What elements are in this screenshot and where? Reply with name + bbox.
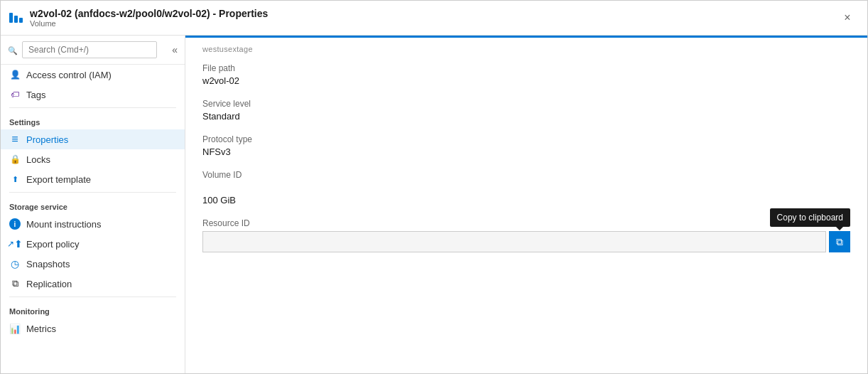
sidebar-item-export-policy[interactable]: ⬆ Export policy (1, 234, 185, 254)
properties-icon (9, 134, 21, 145)
field-label-protocol-type: Protocol type (202, 134, 850, 144)
search-icon (8, 45, 18, 55)
collapse-button[interactable]: « (172, 44, 178, 55)
sidebar-item-label: Tags (26, 90, 45, 100)
sidebar-item-label: Export policy (26, 239, 79, 250)
field-group-resource-id: Resource ID Copy to clipboard ⧉ (202, 208, 850, 255)
field-value-service-level: Standard (202, 111, 850, 122)
export-policy-icon: ⬆ (9, 238, 21, 250)
sidebar-item-label: Snapshots (26, 259, 70, 269)
mount-icon: i (9, 218, 21, 230)
sidebar-item-locks[interactable]: Locks (1, 149, 185, 169)
field-group-protocol-type: Protocol type NFSv3 (202, 124, 850, 160)
resource-id-input[interactable] (202, 231, 826, 252)
sidebar-item-label: Metrics (26, 324, 56, 334)
field-label-volume-id: Volume ID (202, 170, 850, 180)
sidebar-item-label: Mount instructions (26, 219, 102, 230)
divider (9, 107, 176, 108)
divider-3 (9, 296, 176, 297)
resource-id-row: Copy to clipboard ⧉ (202, 231, 850, 252)
sidebar-item-snapshots[interactable]: ◷ Snapshots (1, 254, 185, 274)
search-bar: « (1, 36, 185, 65)
sidebar-item-metrics[interactable]: 📊 Metrics (1, 319, 185, 338)
sidebar-item-label: Locks (26, 154, 50, 165)
field-label-service-level: Service level (202, 99, 850, 109)
main-panel: westusextage File path w2vol-02 Service … (185, 36, 867, 373)
field-group-filepath: File path w2vol-02 (202, 53, 850, 89)
tags-icon (9, 89, 21, 100)
field-label-resource-id: Resource ID (202, 218, 850, 228)
export-template-icon (9, 173, 21, 185)
section-label: westusextage (202, 38, 850, 53)
search-input[interactable] (22, 41, 157, 58)
snapshots-icon: ◷ (9, 258, 21, 269)
field-group-size: 100 GiB (202, 185, 850, 208)
sidebar-item-properties[interactable]: Properties (1, 129, 185, 149)
close-button[interactable]: × (836, 6, 859, 29)
sidebar: « Access control (IAM) Tags Settings Pro… (1, 36, 185, 373)
lock-icon (9, 154, 21, 165)
field-group-service-level: Service level Standard (202, 89, 850, 124)
sidebar-item-export-template[interactable]: Export template (1, 169, 185, 189)
main-content: « Access control (IAM) Tags Settings Pro… (1, 36, 867, 373)
title-bar: w2vol-02 (anfdocs-w2/pool0/w2vol-02) - P… (1, 1, 867, 36)
sidebar-item-mount-instructions[interactable]: i Mount instructions (1, 214, 185, 234)
copy-tooltip: Copy to clipboard (770, 208, 850, 227)
access-icon (9, 69, 21, 80)
monitoring-section-header: Monitoring (1, 300, 185, 319)
field-value-size: 100 GiB (202, 195, 850, 205)
field-label-filepath: File path (202, 63, 850, 73)
storage-section-header: Storage service (1, 196, 185, 214)
field-value-filepath: w2vol-02 (202, 75, 850, 86)
copy-to-clipboard-button[interactable]: ⧉ (829, 231, 850, 252)
copy-btn-container: Copy to clipboard ⧉ (829, 231, 850, 252)
copy-icon: ⧉ (836, 236, 843, 248)
app-logo (9, 13, 23, 23)
panel-content: westusextage File path w2vol-02 Service … (185, 38, 867, 272)
title-text: w2vol-02 (anfdocs-w2/pool0/w2vol-02) - P… (30, 8, 836, 28)
divider-2 (9, 192, 176, 193)
window-subtitle: Volume (30, 19, 836, 28)
sidebar-item-label: Access control (IAM) (26, 70, 112, 80)
field-value-protocol-type: NFSv3 (202, 146, 850, 157)
window-title: w2vol-02 (anfdocs-w2/pool0/w2vol-02) - P… (30, 8, 836, 19)
metrics-icon: 📊 (9, 323, 21, 334)
sidebar-item-tags[interactable]: Tags (1, 85, 185, 105)
sidebar-item-label: Export template (26, 174, 91, 185)
sidebar-item-label: Properties (26, 134, 68, 145)
app-window: w2vol-02 (anfdocs-w2/pool0/w2vol-02) - P… (0, 0, 868, 374)
scroll-indicator (185, 36, 867, 38)
field-group-volume-id: Volume ID (202, 160, 850, 185)
sidebar-item-label: Replication (26, 279, 72, 289)
sidebar-item-access-control[interactable]: Access control (IAM) (1, 65, 185, 85)
replication-icon: ⧉ (9, 278, 21, 289)
settings-section-header: Settings (1, 111, 185, 129)
sidebar-item-replication[interactable]: ⧉ Replication (1, 274, 185, 294)
